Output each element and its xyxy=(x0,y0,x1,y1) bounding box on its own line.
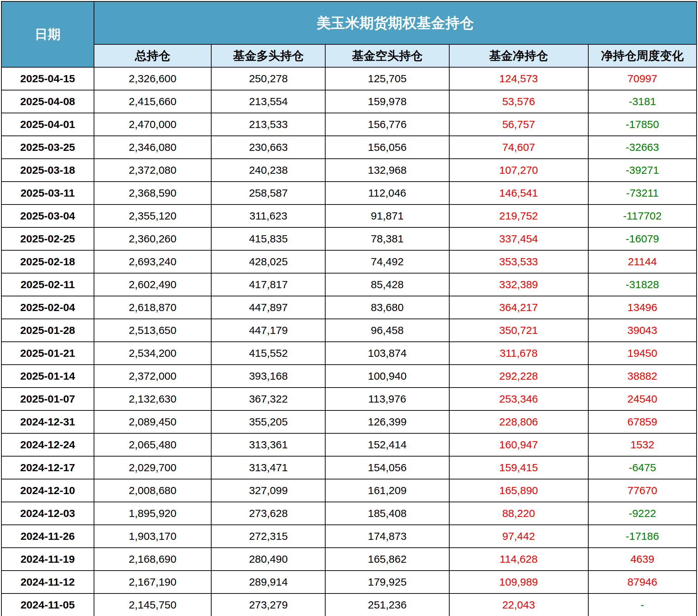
short-position-cell: 125,705 xyxy=(325,67,449,90)
long-position-cell: 415,552 xyxy=(211,342,325,365)
long-position-cell: 280,490 xyxy=(211,548,325,571)
short-position-cell: 103,874 xyxy=(325,342,449,365)
date-cell: 2025-01-28 xyxy=(1,319,94,342)
table-row: 2025-03-11 2,368,590 258,587 112,046 146… xyxy=(1,182,697,204)
date-cell: 2025-01-21 xyxy=(1,342,94,365)
total-position-cell: 2,065,480 xyxy=(94,433,212,456)
total-position-cell: 2,145,750 xyxy=(94,593,212,616)
title-row: 日期 美玉米期货期权基金持仓 xyxy=(1,1,697,44)
total-position-cell: 2,089,450 xyxy=(94,410,212,433)
net-position-cell: 353,533 xyxy=(449,250,588,273)
weekly-change-cell: 77670 xyxy=(588,479,697,502)
weekly-change-cell: -39271 xyxy=(588,159,697,182)
long-position-cell: 393,168 xyxy=(211,365,325,388)
table-row: 2024-12-03 1,895,920 273,628 185,408 88,… xyxy=(1,502,697,525)
total-position-cell: 2,415,660 xyxy=(94,90,212,113)
long-position-cell: 250,278 xyxy=(211,67,325,90)
net-position-cell: 292,228 xyxy=(449,365,588,388)
table-row: 2025-02-04 2,618,870 447,897 83,680 364,… xyxy=(1,296,697,319)
column-header-fund-long-positions: 基金多头持仓 xyxy=(211,44,325,67)
weekly-change-cell: 67859 xyxy=(588,410,697,433)
weekly-change-cell: -117702 xyxy=(588,204,697,227)
short-position-cell: 100,940 xyxy=(325,365,449,388)
net-position-cell: 114,628 xyxy=(449,548,588,571)
total-position-cell: 1,895,920 xyxy=(94,502,212,525)
net-position-cell: 159,415 xyxy=(449,456,588,479)
total-position-cell: 2,470,000 xyxy=(94,113,212,136)
net-position-cell: 332,389 xyxy=(449,273,588,296)
date-cell: 2025-02-25 xyxy=(1,227,94,250)
subheader-row: 总持仓 基金多头持仓 基金空头持仓 基金净持仓 净持仓周度变化 xyxy=(1,44,697,67)
net-position-cell: 165,890 xyxy=(449,479,588,502)
date-cell: 2025-04-15 xyxy=(1,67,94,90)
short-position-cell: 113,976 xyxy=(325,388,449,410)
date-cell: 2025-01-07 xyxy=(1,388,94,410)
table-row: 2025-02-11 2,602,490 417,817 85,428 332,… xyxy=(1,273,697,296)
total-position-cell: 2,360,260 xyxy=(94,227,212,250)
long-position-cell: 213,554 xyxy=(211,90,325,113)
long-position-cell: 273,279 xyxy=(211,593,325,616)
column-header-net-weekly-change: 净持仓周度变化 xyxy=(588,44,697,67)
net-position-cell: 146,541 xyxy=(449,182,588,204)
table-row: 2024-12-24 2,065,480 313,361 152,414 160… xyxy=(1,433,697,456)
table-row: 2025-02-18 2,693,240 428,025 74,492 353,… xyxy=(1,250,697,273)
short-position-cell: 156,056 xyxy=(325,136,449,159)
short-position-cell: 85,428 xyxy=(325,273,449,296)
long-position-cell: 289,914 xyxy=(211,571,325,593)
table-row: 2025-01-07 2,132,630 367,322 113,976 253… xyxy=(1,388,697,410)
weekly-change-cell: 4639 xyxy=(588,548,697,571)
total-position-cell: 2,618,870 xyxy=(94,296,212,319)
date-cell: 2025-03-11 xyxy=(1,182,94,204)
long-position-cell: 311,623 xyxy=(211,204,325,227)
long-position-cell: 313,471 xyxy=(211,456,325,479)
date-cell: 2025-03-04 xyxy=(1,204,94,227)
table-row: 2025-03-04 2,355,120 311,623 91,871 219,… xyxy=(1,204,697,227)
short-position-cell: 165,862 xyxy=(325,548,449,571)
long-position-cell: 240,238 xyxy=(211,159,325,182)
weekly-change-cell: -31828 xyxy=(588,273,697,296)
short-position-cell: 185,408 xyxy=(325,502,449,525)
long-position-cell: 355,205 xyxy=(211,410,325,433)
table-row: 2025-01-28 2,513,650 447,179 96,458 350,… xyxy=(1,319,697,342)
net-position-cell: 228,806 xyxy=(449,410,588,433)
fund-positions-table: 日期 美玉米期货期权基金持仓 总持仓 基金多头持仓 基金空头持仓 基金净持仓 净… xyxy=(1,1,697,616)
weekly-change-cell: 39043 xyxy=(588,319,697,342)
weekly-change-cell: 87946 xyxy=(588,571,697,593)
net-position-cell: 160,947 xyxy=(449,433,588,456)
column-header-fund-short-positions: 基金空头持仓 xyxy=(325,44,449,67)
date-cell: 2025-03-18 xyxy=(1,159,94,182)
total-position-cell: 2,132,630 xyxy=(94,388,212,410)
table-row: 2025-03-25 2,346,080 230,663 156,056 74,… xyxy=(1,136,697,159)
total-position-cell: 2,355,120 xyxy=(94,204,212,227)
total-position-cell: 2,029,700 xyxy=(94,456,212,479)
net-position-cell: 337,454 xyxy=(449,227,588,250)
table-row: 2024-11-19 2,168,690 280,490 165,862 114… xyxy=(1,548,697,571)
total-position-cell: 2,372,080 xyxy=(94,159,212,182)
long-position-cell: 327,099 xyxy=(211,479,325,502)
total-position-cell: 2,513,650 xyxy=(94,319,212,342)
column-header-fund-net-positions: 基金净持仓 xyxy=(449,44,588,67)
short-position-cell: 78,381 xyxy=(325,227,449,250)
net-position-cell: 74,607 xyxy=(449,136,588,159)
short-position-cell: 154,056 xyxy=(325,456,449,479)
weekly-change-cell: -6475 xyxy=(588,456,697,479)
date-cell: 2024-11-05 xyxy=(1,593,94,616)
weekly-change-cell: 1532 xyxy=(588,433,697,456)
total-position-cell: 2,368,590 xyxy=(94,182,212,204)
weekly-change-cell: -9222 xyxy=(588,502,697,525)
weekly-change-cell: -16079 xyxy=(588,227,697,250)
net-position-cell: 109,989 xyxy=(449,571,588,593)
table-body: 2025-04-15 2,326,600 250,278 125,705 124… xyxy=(1,67,697,616)
weekly-change-cell: 70997 xyxy=(588,67,697,90)
short-position-cell: 161,209 xyxy=(325,479,449,502)
table-row: 2024-11-26 1,903,170 272,315 174,873 97,… xyxy=(1,525,697,548)
total-position-cell: 2,167,190 xyxy=(94,571,212,593)
net-position-cell: 253,346 xyxy=(449,388,588,410)
total-position-cell: 2,693,240 xyxy=(94,250,212,273)
column-header-total-positions: 总持仓 xyxy=(94,44,212,67)
long-position-cell: 367,322 xyxy=(211,388,325,410)
long-position-cell: 447,897 xyxy=(211,296,325,319)
net-position-cell: 219,752 xyxy=(449,204,588,227)
date-cell: 2025-02-18 xyxy=(1,250,94,273)
table-row: 2024-12-31 2,089,450 355,205 126,399 228… xyxy=(1,410,697,433)
